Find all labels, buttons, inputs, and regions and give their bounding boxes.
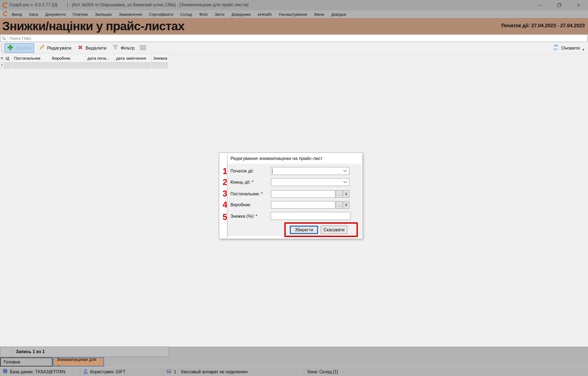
column-header-supplier[interactable]: Постачальник — [12, 54, 50, 62]
toolbar-grip-handle[interactable] — [1, 44, 3, 53]
user-icon — [83, 369, 88, 375]
document-tab-bar: Головна Знижки/націнки для ... — [0, 357, 588, 367]
end-date-combobox[interactable] — [271, 178, 349, 186]
tab-holovna[interactable]: Головна — [0, 357, 53, 366]
annotation-number-5: 5 — [220, 212, 230, 222]
column-chooser-icon[interactable] — [139, 44, 147, 52]
column-header-date-start[interactable]: дата поча... — [86, 54, 114, 62]
menu-item-dokumenty[interactable]: Документи — [45, 12, 66, 17]
column-header-discount[interactable]: Знижка — [152, 54, 168, 62]
menu-item-dovidnyky[interactable]: Довідники — [231, 12, 251, 17]
menu-item-vikna[interactable]: Вікна — [314, 12, 324, 17]
toolbar: Додати Редагувати Видалити Фільтр — [0, 43, 588, 54]
pencil-icon — [38, 44, 45, 52]
tab-discounts-active[interactable]: Знижки/націнки для ... — [53, 357, 104, 366]
dialog-title: Редагування знижки/націнки на прайс-лист — [230, 156, 323, 161]
column-header-manufacturer[interactable]: Виробник — [50, 54, 86, 62]
menu-item-ehealth[interactable]: eHealth — [258, 12, 272, 17]
supplier-label: Постачальник: * — [230, 192, 263, 196]
delete-button[interactable]: Видалити — [75, 43, 109, 53]
page-header: Знижки/націнки у прайс-листах Початок ді… — [0, 18, 588, 34]
start-date-label: Початок дії: — [230, 169, 254, 174]
edit-discount-dialog: Редагування знижки/націнки на прайс-лист… — [219, 153, 363, 239]
database-icon — [3, 369, 8, 375]
grid-corner-icon[interactable]: ≣ — [0, 54, 4, 62]
menu-item-filii[interactable]: Філії — [199, 12, 208, 17]
start-date-combobox[interactable] — [271, 167, 349, 175]
application-window: Скарб pro v. 4.0.2.77 [ІД | - [Апт №003 … — [0, 0, 588, 376]
search-icon — [1, 35, 8, 42]
add-button[interactable]: Додати — [4, 43, 34, 53]
status-cash-status-section: Кассовый аппарат не подключен — [178, 368, 304, 375]
record-status-bar: Запись 1 из 1 — [0, 347, 169, 357]
search-input[interactable]: Поиск (Tab) — [0, 35, 587, 42]
annotation-number-4: 4 — [220, 200, 230, 210]
plus-icon — [7, 44, 13, 52]
annotation-number-3: 3 — [220, 189, 230, 199]
zone-label: Зона: Склад [1] — [307, 369, 338, 374]
end-date-label: Кінець дії: * — [230, 180, 254, 185]
discount-percent-input[interactable] — [271, 212, 351, 220]
table-row[interactable]: * — [0, 62, 168, 69]
record-count-label: Запись 1 из 1 — [16, 349, 45, 354]
funnel-icon — [112, 44, 118, 52]
supplier-input[interactable] — [271, 190, 335, 198]
menu-item-sertyfikaty[interactable]: Сертифікати — [149, 12, 173, 17]
new-row-marker: * — [0, 62, 4, 69]
manufacturer-input[interactable] — [271, 201, 335, 209]
edit-button[interactable]: Редагувати — [36, 43, 74, 53]
column-header-id[interactable]: ІД — [4, 54, 12, 62]
menu-item-kasa[interactable]: Каса — [29, 12, 38, 17]
window-title: Скарб pro v. 4.0.2.77 [ІД | - [Апт №003 … — [9, 2, 248, 7]
menu-item-platezhi[interactable]: Платежі — [73, 12, 88, 17]
manufacturer-clear-button[interactable]: X — [343, 201, 349, 209]
menu-item-zalyshky[interactable]: Залишки — [95, 12, 112, 17]
column-header-date-end[interactable]: дата закінчення — [114, 54, 152, 62]
record-nav-cell — [0, 347, 13, 357]
menu-item-sklad[interactable]: Склад — [180, 12, 192, 17]
restore-window-icon[interactable] — [555, 2, 563, 8]
menu-item-dovidka[interactable]: Довідка — [331, 12, 346, 17]
discount-percent-label: Знижка (%): * — [230, 214, 257, 219]
menu-item-zvity[interactable]: Звіти — [215, 12, 224, 17]
grid-header-row: ≣ ІД Постачальник Виробник дата поча... … — [0, 54, 168, 62]
refresh-button[interactable]: Оновити ▾ — [553, 44, 584, 52]
filter-button[interactable]: Фільтр — [110, 43, 137, 53]
status-cash-count-section: 1 — [163, 368, 178, 375]
close-window-icon[interactable]: ✕ — [574, 2, 583, 8]
menu-item-vyhid[interactable]: Вихід — [12, 12, 22, 17]
mdi-child-logo-icon — [3, 11, 8, 18]
search-bar: Поиск (Tab) — [0, 34, 588, 43]
chevron-down-icon — [343, 181, 347, 183]
annotation-number-2: 2 — [220, 177, 230, 187]
menu-item-zamovlennia[interactable]: Замовлення — [119, 12, 142, 17]
status-bar: База даних: TASA3@TITAN Користувач: GIFT… — [0, 367, 588, 376]
user-label: Користувач: GIFT — [90, 369, 126, 374]
text-cursor — [272, 168, 273, 174]
menu-item-nalashtuvannia[interactable]: Налаштування — [279, 12, 307, 17]
supplier-lookup-button[interactable]: … — [336, 190, 342, 198]
menu-bar: Вихід Каса Документи Платежі Залишки Зам… — [0, 10, 588, 18]
refresh-icon — [553, 44, 559, 52]
app-logo-icon — [2, 2, 8, 10]
red-x-icon — [77, 44, 83, 52]
manufacturer-lookup-button[interactable]: … — [336, 201, 342, 209]
manufacturer-label: Виробник: — [230, 202, 251, 207]
supplier-clear-button[interactable]: X — [343, 190, 349, 198]
cancel-button[interactable]: Скасувати — [321, 226, 347, 234]
cash-status-label: Кассовый аппарат не подключен — [181, 369, 248, 374]
data-grid: ≣ ІД Постачальник Виробник дата поча... … — [0, 54, 168, 69]
save-button[interactable]: Зберегти — [290, 226, 318, 234]
page-title: Знижки/націнки у прайс-листах — [2, 19, 184, 33]
minimize-window-icon[interactable]: — — [536, 2, 544, 8]
bottom-band: Запись 1 из 1 Головна Знижки/націнки для… — [0, 347, 588, 376]
cash-count: 1 — [174, 369, 176, 374]
status-database-section: База даних: TASA3@TITAN — [0, 368, 80, 375]
refresh-dropdown-icon[interactable]: ▾ — [583, 48, 584, 51]
chevron-down-icon — [343, 170, 347, 172]
status-zone-section: Зона: Склад [1] — [304, 368, 421, 375]
cash-register-icon — [166, 369, 172, 375]
database-label: База даних: TASA3@TITAN — [10, 369, 65, 374]
period-label: Початок дії: 27.04.2023 - 27.04.2023 — [501, 23, 585, 29]
search-placeholder: Поиск (Tab) — [9, 36, 31, 41]
